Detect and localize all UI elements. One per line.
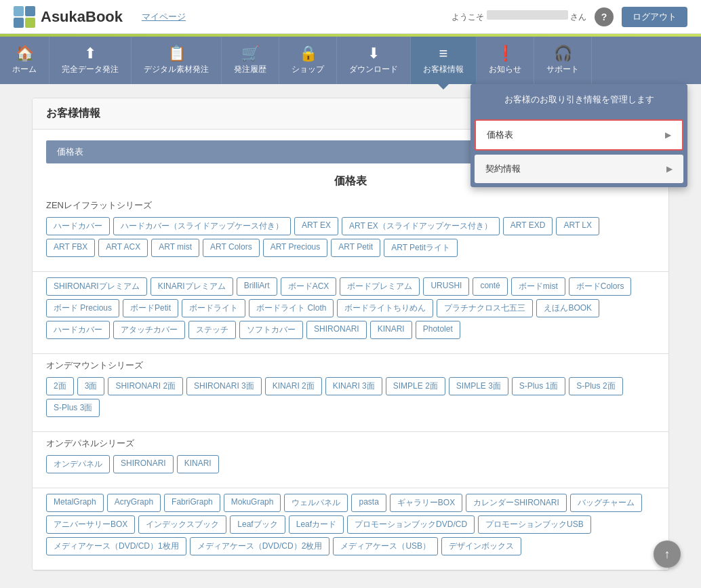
news-icon: ❗ — [496, 46, 515, 61]
home-icon: 🏠 — [16, 46, 34, 61]
tag-ondepanel-shironari[interactable]: SHIRONARI — [113, 455, 174, 473]
tag-art-colors[interactable]: ART Colors — [203, 239, 260, 257]
tag-art-mist[interactable]: ART mist — [151, 239, 199, 257]
series-ondepanel: オンデパネルシリーズ オンデパネル SHIRONARI KINARI — [33, 432, 668, 488]
help-button[interactable]: ? — [595, 7, 614, 26]
tag-media-case-usb[interactable]: メディアケース（USB） — [333, 537, 438, 555]
zen-tag-row-1: ハードカバー ハードカバー（スライドアップケース付き） ART EX ART E… — [46, 217, 655, 235]
nav-arrow — [438, 84, 449, 90]
tag-promo-book-usb[interactable]: プロモーションブックUSB — [478, 515, 591, 534]
tag-shironari-2men[interactable]: SHIRONARI 2面 — [108, 377, 183, 395]
tag-hardcover-slide[interactable]: ハードカバー（スライドアップケース付き） — [113, 217, 291, 235]
tag-art-precious[interactable]: ART Precious — [263, 239, 328, 257]
tag-hard-cover2[interactable]: ハードカバー — [46, 321, 110, 339]
tag-gallery-box[interactable]: ギャラリーBOX — [390, 494, 462, 512]
tag-board-light-chirimen[interactable]: ボードライトちりめん — [337, 299, 433, 317]
tag-anniversary-box[interactable]: アニバーサリーBOX — [46, 515, 135, 534]
tag-art-ex[interactable]: ART EX — [294, 217, 338, 235]
nav-item-order-history[interactable]: 🛒 発注履歴 — [222, 37, 279, 84]
tag-index-book[interactable]: インデックスブック — [138, 515, 226, 534]
nav-item-digital-order[interactable]: 📋 デジタル素材発注 — [132, 37, 222, 84]
tag-hardcover[interactable]: ハードカバー — [46, 217, 110, 235]
tag-ondepanel-kinari[interactable]: KINARI — [177, 455, 219, 473]
tag-board-light[interactable]: ボードライト — [182, 299, 245, 317]
nav-label-home: ホーム — [12, 64, 37, 75]
tag-3men[interactable]: 3面 — [77, 377, 105, 395]
nav-bar: 🏠 ホーム ⬆ 完全データ発注 📋 デジタル素材発注 🛒 発注履歴 🔒 ショップ… — [0, 37, 701, 84]
tag-platinum-cross[interactable]: プラチナクロス七五三 — [437, 299, 533, 317]
tag-promo-book-dvd[interactable]: プロモーションブックDVD/CD — [347, 515, 475, 534]
nav-item-full-order[interactable]: ⬆ 完全データ発注 — [49, 37, 132, 84]
tag-fabrigraph[interactable]: FabriGraph — [164, 494, 220, 512]
svg-rect-3 — [25, 18, 35, 28]
tag-kinari-2men[interactable]: KINARI 2面 — [265, 377, 322, 395]
tag-splus-3men[interactable]: S-Plus 3面 — [46, 399, 100, 417]
tag-board-mist[interactable]: ボードmist — [511, 277, 565, 296]
tag-calendar-shironari[interactable]: カレンダーSHIRONARI — [466, 494, 567, 512]
tag-attach-cover[interactable]: アタッチカバー — [113, 321, 185, 339]
tag-splus-2men[interactable]: S-Plus 2面 — [569, 377, 622, 395]
tag-kinari[interactable]: KINARI — [370, 321, 412, 339]
tag-media-case-dvd-2[interactable]: メディアケース（DVD/CD）2枚用 — [190, 537, 330, 555]
dropdown-item-price-list[interactable]: 価格表 ▶ — [475, 119, 683, 151]
full-order-icon: ⬆ — [84, 46, 96, 61]
tag-board-precious[interactable]: ボード Precious — [46, 299, 119, 317]
tag-soft-cover[interactable]: ソフトカバー — [239, 321, 303, 339]
tag-kinari-premium[interactable]: KINARIプレミアム — [151, 277, 233, 296]
tag-media-case-dvd-1[interactable]: メディアケース（DVD/CD）1枚用 — [46, 537, 186, 555]
mypage-link[interactable]: マイページ — [142, 11, 186, 23]
tag-stitch[interactable]: ステッチ — [188, 321, 236, 339]
tag-pasta[interactable]: pasta — [351, 494, 386, 512]
tag-conte[interactable]: conté — [473, 277, 507, 296]
nav-item-home[interactable]: 🏠 ホーム — [0, 37, 49, 84]
tag-ondepanel[interactable]: オンデパネル — [46, 455, 110, 473]
tag-brilliart[interactable]: BrilliArt — [237, 277, 277, 296]
nav-item-support[interactable]: 🎧 サポート — [534, 37, 592, 84]
tag-mokugraph[interactable]: MokuGraph — [224, 494, 281, 512]
nav-item-news[interactable]: ❗ お知らせ — [477, 37, 534, 84]
tag-design-box[interactable]: デザインボックス — [441, 537, 521, 555]
nav-label-support: サポート — [546, 64, 579, 75]
tag-ehon-book[interactable]: えほんBOOK — [536, 299, 599, 317]
nav-item-download[interactable]: ⬇ ダウンロード — [337, 37, 411, 84]
tag-board-acx[interactable]: ボードACX — [281, 277, 337, 296]
tag-wellpanel[interactable]: ウェルパネル — [284, 494, 348, 512]
download-icon: ⬇ — [367, 46, 380, 61]
tag-leaf-book[interactable]: Leafブック — [230, 515, 285, 534]
series-zen-label: ZENレイフラットシリーズ — [46, 199, 655, 212]
tag-shironari-3men[interactable]: SHIRONARI 3面 — [186, 377, 262, 395]
dropdown-item-contract[interactable]: 契約情報 ▶ — [475, 155, 683, 183]
nav-item-customer-info[interactable]: ≡ お客様情報 — [411, 37, 477, 84]
scroll-to-top-button[interactable]: ↑ — [654, 541, 681, 568]
tag-leaf-card[interactable]: Leafカード — [289, 515, 344, 534]
tag-simple-2men[interactable]: SIMPLE 2面 — [386, 377, 445, 395]
tag-2men[interactable]: 2面 — [46, 377, 74, 395]
tag-board-colors[interactable]: ボードColors — [569, 277, 632, 296]
tag-metalgraph[interactable]: MetalGraph — [46, 494, 104, 512]
tag-acrygraph[interactable]: AcryGraph — [107, 494, 161, 512]
tag-simple-3men[interactable]: SIMPLE 3面 — [449, 377, 508, 395]
tag-bag-charm[interactable]: バッグチャーム — [570, 494, 642, 512]
tag-art-petit-lite[interactable]: ART Petitライト — [384, 239, 458, 257]
tag-art-acx[interactable]: ART ACX — [98, 239, 148, 257]
tag-shironari[interactable]: SHIRONARI — [306, 321, 367, 339]
logout-button[interactable]: ログアウト — [622, 7, 687, 27]
nav-item-shop[interactable]: 🔒 ショップ — [279, 37, 337, 84]
tag-art-petit[interactable]: ART Petit — [331, 239, 380, 257]
shironari-tag-row-3: ハードカバー アタッチカバー ステッチ ソフトカバー SHIRONARI KIN… — [46, 321, 655, 339]
tag-shironari-premium[interactable]: SHIRONARIプレミアム — [46, 277, 147, 296]
logo-icon — [14, 6, 35, 28]
tag-art-ex-slide[interactable]: ART EX（スライドアップケース付き） — [342, 217, 500, 235]
tag-board-petit[interactable]: ボードPetit — [123, 299, 178, 317]
tag-urushi[interactable]: URUSHI — [423, 277, 469, 296]
tag-art-exd[interactable]: ART EXD — [503, 217, 553, 235]
tag-board-premium[interactable]: ボードプレミアム — [340, 277, 420, 296]
tag-art-lx[interactable]: ART LX — [556, 217, 599, 235]
tag-art-fbx[interactable]: ART FBX — [46, 239, 95, 257]
tag-splus-1men[interactable]: S-Plus 1面 — [512, 377, 565, 395]
tag-photolet[interactable]: Photolet — [416, 321, 460, 339]
dropdown-contract-label: 契約情報 — [485, 163, 521, 175]
shironari-tag-row-1: SHIRONARIプレミアム KINARIプレミアム BrilliArt ボード… — [46, 277, 655, 296]
tag-kinari-3men[interactable]: KINARI 3面 — [325, 377, 382, 395]
tag-board-light-cloth[interactable]: ボードライト Cloth — [249, 299, 334, 317]
